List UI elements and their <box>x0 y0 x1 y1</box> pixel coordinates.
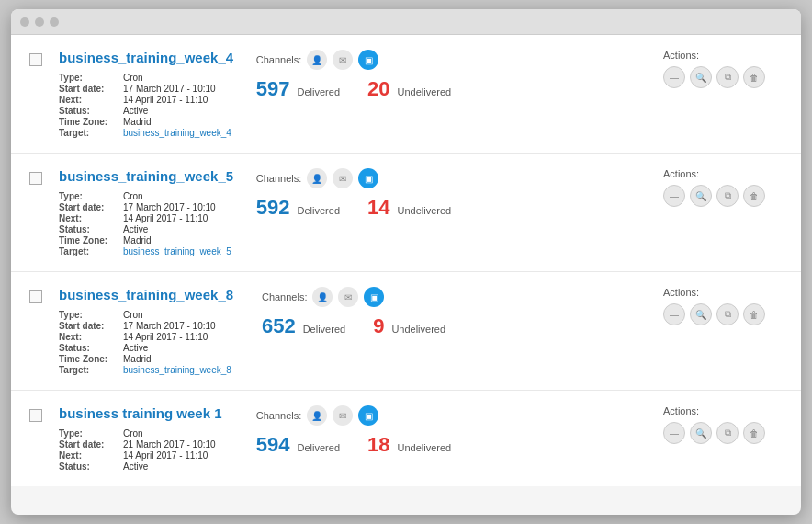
push-icon[interactable]: ▣ <box>358 50 378 70</box>
meta-value: 17 March 2017 - 10:10 <box>123 84 242 94</box>
email-icon[interactable]: ✉ <box>333 405 353 426</box>
undelivered-label: Undelivered <box>397 442 451 453</box>
search-icon[interactable]: 🔍 <box>690 303 712 325</box>
undelivered-count: 14 <box>367 196 389 220</box>
channels-section: Channels:👤✉▣594Delivered18Undelivered <box>256 405 451 457</box>
actions-section: Actions:—🔍⧉🗑 <box>663 287 783 325</box>
meta-value: Cron <box>123 191 242 201</box>
trash-icon[interactable]: 🗑 <box>743 303 765 325</box>
minus-icon[interactable]: — <box>663 422 685 444</box>
email-icon[interactable]: ✉ <box>333 50 353 70</box>
minus-icon[interactable]: — <box>663 185 685 207</box>
copy-icon[interactable]: ⧉ <box>716 185 739 207</box>
email-icon[interactable]: ✉ <box>338 287 358 307</box>
meta-label: Start date: <box>59 84 123 94</box>
table-row: business_training_week_5Type:CronStart d… <box>11 154 801 272</box>
campaign-info: business_training_week_5Type:CronStart d… <box>59 168 242 256</box>
delivered-label: Delivered <box>298 86 340 97</box>
copy-icon[interactable]: ⧉ <box>716 66 739 88</box>
meta-value: Madrid <box>123 354 247 364</box>
search-icon[interactable]: 🔍 <box>690 422 712 444</box>
push-icon[interactable]: ▣ <box>358 168 378 188</box>
campaign-info: business training week 1Type:CronStart d… <box>59 405 242 472</box>
table-row: business_training_week_4Type:CronStart d… <box>11 35 801 154</box>
sms-icon[interactable]: 👤 <box>307 405 327 426</box>
undelivered-count: 20 <box>367 77 389 101</box>
meta-value: Active <box>123 224 242 234</box>
meta-label: Type: <box>59 191 123 201</box>
meta-label: Status: <box>59 106 123 116</box>
minus-icon[interactable]: — <box>663 66 685 88</box>
actions-section: Actions:—🔍⧉🗑 <box>663 50 783 88</box>
meta-label: Next: <box>59 450 123 461</box>
campaign-meta: Type:CronStart date:17 March 2017 - 10:1… <box>59 310 247 375</box>
sms-icon[interactable]: 👤 <box>307 168 327 188</box>
delivered-stat: 652Delivered <box>262 314 345 338</box>
channels-row: Channels:👤✉▣ <box>262 287 385 307</box>
minus-icon[interactable]: — <box>663 303 685 325</box>
row-checkbox[interactable] <box>29 53 44 70</box>
channels-row: Channels:👤✉▣ <box>256 50 379 70</box>
campaign-title[interactable]: business_training_week_4 <box>59 50 242 65</box>
meta-value: business_training_week_5 <box>123 246 242 256</box>
meta-value: Active <box>123 461 242 472</box>
titlebar <box>11 9 801 35</box>
meta-label: Target: <box>59 128 123 138</box>
copy-icon[interactable]: ⧉ <box>716 422 739 444</box>
trash-icon[interactable]: 🗑 <box>743 66 765 88</box>
campaign-title[interactable]: business_training_week_8 <box>59 287 247 302</box>
actions-label: Actions: <box>663 168 699 179</box>
actions-label: Actions: <box>663 287 699 298</box>
meta-value: Cron <box>123 73 242 83</box>
delivered-stat: 597Delivered <box>256 77 340 101</box>
meta-value: 17 March 2017 - 10:10 <box>123 321 247 331</box>
search-icon[interactable]: 🔍 <box>690 66 712 88</box>
undelivered-label: Undelivered <box>397 86 451 97</box>
delivered-label: Delivered <box>298 442 340 453</box>
delivered-count: 594 <box>256 433 290 457</box>
channels-row: Channels:👤✉▣ <box>256 168 379 188</box>
channels-row: Channels:👤✉▣ <box>256 405 379 426</box>
delivered-count: 592 <box>256 196 290 220</box>
campaign-info: business_training_week_4Type:CronStart d… <box>59 50 242 138</box>
trash-icon[interactable]: 🗑 <box>743 422 765 444</box>
stats-row: 652Delivered9Undelivered <box>262 314 445 338</box>
meta-label: Start date: <box>59 439 123 450</box>
meta-value: 14 April 2017 - 11:10 <box>123 332 247 342</box>
campaign-meta: Type:CronStart date:21 March 2017 - 10:1… <box>59 428 242 472</box>
trash-icon[interactable]: 🗑 <box>743 185 765 207</box>
search-icon[interactable]: 🔍 <box>690 185 712 207</box>
email-icon[interactable]: ✉ <box>333 168 353 188</box>
meta-value: 21 March 2017 - 10:10 <box>123 439 242 450</box>
copy-icon[interactable]: ⧉ <box>716 303 739 325</box>
row-checkbox[interactable] <box>29 172 44 188</box>
undelivered-label: Undelivered <box>391 324 445 335</box>
meta-label: Time Zone: <box>59 235 123 245</box>
meta-label: Start date: <box>59 321 123 331</box>
actions-section: Actions:—🔍⧉🗑 <box>663 168 783 207</box>
campaign-info: business_training_week_8Type:CronStart d… <box>59 287 247 375</box>
row-checkbox[interactable] <box>29 409 44 426</box>
actions-icons: —🔍⧉🗑 <box>663 422 765 444</box>
app-window: business_training_week_4Type:CronStart d… <box>11 9 801 515</box>
sms-icon[interactable]: 👤 <box>307 50 327 70</box>
push-icon[interactable]: ▣ <box>364 287 384 307</box>
actions-icons: —🔍⧉🗑 <box>663 185 765 207</box>
campaign-title[interactable]: business training week 1 <box>59 405 242 421</box>
meta-label: Next: <box>59 332 123 342</box>
meta-label: Type: <box>59 310 123 320</box>
undelivered-stat: 14Undelivered <box>367 196 451 220</box>
sms-icon[interactable]: 👤 <box>312 287 333 307</box>
push-icon[interactable]: ▣ <box>358 405 378 426</box>
campaign-title[interactable]: business_training_week_5 <box>59 168 242 184</box>
undelivered-count: 9 <box>373 314 384 338</box>
channels-label: Channels: <box>262 291 308 302</box>
actions-label: Actions: <box>663 405 699 416</box>
channels-section: Channels:👤✉▣592Delivered14Undelivered <box>256 168 451 220</box>
delivered-label: Delivered <box>303 324 345 335</box>
table-row: business training week 1Type:CronStart d… <box>11 391 801 486</box>
meta-value: Active <box>123 106 242 116</box>
row-checkbox[interactable] <box>29 290 44 307</box>
meta-value: Cron <box>123 310 247 320</box>
actions-icons: —🔍⧉🗑 <box>663 303 765 325</box>
